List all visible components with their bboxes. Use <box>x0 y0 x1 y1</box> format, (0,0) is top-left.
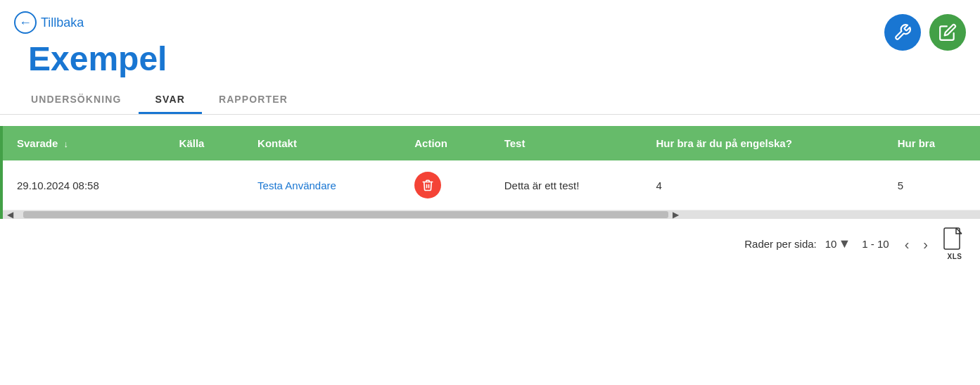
col-svarade: Svarade ↓ <box>3 126 165 160</box>
responses-table: Svarade ↓ Källa Kontakt Action Test Hur … <box>3 126 980 210</box>
rows-per-page-label: Rader per sida: <box>744 238 817 250</box>
table-header-row: Svarade ↓ Källa Kontakt Action Test Hur … <box>3 126 980 160</box>
tab-svar[interactable]: SVAR <box>139 87 202 114</box>
next-page-button[interactable]: › <box>919 234 932 254</box>
pagination-bar: Rader per sida: 10 ▼ 1 - 10 ‹ › XLS <box>0 219 980 269</box>
tab-rapporter[interactable]: RAPPORTER <box>202 87 305 114</box>
xls-label: XLS <box>948 253 962 260</box>
svg-rect-0 <box>944 228 960 249</box>
cell-test: Detta är ett test! <box>490 160 642 210</box>
scroll-left-arrow[interactable]: ◀ <box>3 210 18 219</box>
back-link[interactable]: ← Tillbaka <box>14 11 181 34</box>
export-xls-button[interactable]: XLS <box>943 227 966 260</box>
col-kalla: Källa <box>165 126 244 160</box>
file-xls-icon <box>943 227 966 254</box>
cell-kalla <box>165 160 244 210</box>
sort-icon: ↓ <box>64 139 69 149</box>
tab-undersokning[interactable]: UNDERSÖKNING <box>14 87 139 114</box>
cell-action <box>400 160 490 210</box>
page-header: ← Tillbaka Exempel <box>0 0 980 78</box>
page-title: Exempel <box>14 34 181 78</box>
horizontal-scrollbar[interactable]: ◀ ▶ <box>3 210 980 219</box>
cell-hur-bra: 5 <box>884 160 980 210</box>
dropdown-arrow-icon[interactable]: ▼ <box>838 236 851 251</box>
scroll-right-arrow[interactable]: ▶ <box>668 210 683 219</box>
scrollbar-thumb[interactable] <box>23 211 668 218</box>
header-actions <box>884 11 966 51</box>
page-range: 1 - 10 <box>862 238 889 250</box>
pencil-icon <box>938 23 957 42</box>
trash-icon <box>421 179 434 191</box>
col-action: Action <box>400 126 490 160</box>
wrench-screwdriver-icon <box>893 23 912 42</box>
col-hur-bra-engelska: Hur bra är du på engelska? <box>642 126 883 160</box>
back-label: Tillbaka <box>41 15 84 30</box>
contact-link[interactable]: Testa Användare <box>257 179 336 191</box>
prev-page-button[interactable]: ‹ <box>901 234 914 254</box>
table-row: 29.10.2024 08:58 Testa Användare <box>3 160 980 210</box>
table-container: Svarade ↓ Källa Kontakt Action Test Hur … <box>0 126 980 219</box>
back-arrow-icon: ← <box>14 11 37 34</box>
col-kontakt: Kontakt <box>243 126 400 160</box>
col-hur-bra: Hur bra <box>884 126 980 160</box>
col-test: Test <box>490 126 642 160</box>
cell-kontakt[interactable]: Testa Användare <box>243 160 400 210</box>
edit-button[interactable] <box>929 14 966 51</box>
delete-button[interactable] <box>414 172 441 198</box>
rows-per-page-value: 10 <box>825 238 837 250</box>
cell-hur-bra-engelska: 4 <box>642 160 883 210</box>
cell-svarade: 29.10.2024 08:58 <box>3 160 165 210</box>
tools-button[interactable] <box>884 14 921 51</box>
tabs-bar: UNDERSÖKNING SVAR RAPPORTER <box>0 87 980 115</box>
rows-per-page-dropdown[interactable]: 10 ▼ <box>825 236 851 251</box>
